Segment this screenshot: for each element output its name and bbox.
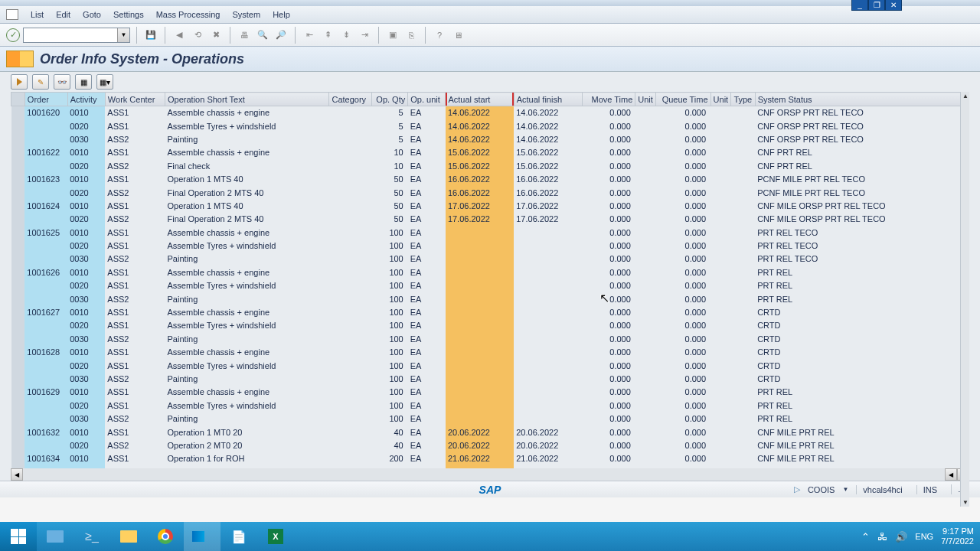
table-cell[interactable]: 0010 xyxy=(67,106,105,119)
table-cell[interactable]: EA xyxy=(408,186,446,199)
table-cell[interactable]: Assemble Tyres + windshield xyxy=(165,279,329,292)
table-cell[interactable]: 15.06.2022 xyxy=(514,159,582,172)
table-cell[interactable]: Painting xyxy=(165,253,329,266)
table-cell[interactable] xyxy=(11,226,25,239)
table-cell[interactable]: 0.000 xyxy=(583,172,635,185)
table-cell[interactable]: 100 xyxy=(372,305,408,318)
table-cell[interactable] xyxy=(514,279,582,292)
table-cell[interactable]: 0010 xyxy=(67,346,105,359)
table-cell[interactable]: 0.000 xyxy=(656,305,710,318)
table-cell[interactable]: Painting xyxy=(165,412,329,425)
table-cell[interactable]: 0.000 xyxy=(656,346,710,359)
table-cell[interactable] xyxy=(329,412,372,425)
table-cell[interactable]: 100 xyxy=(372,292,408,305)
table-cell[interactable] xyxy=(11,292,25,305)
table-cell[interactable]: 0.000 xyxy=(583,359,635,372)
table-cell[interactable]: 0.000 xyxy=(656,106,710,119)
table-row[interactable]: 0030ASS2Painting100EA0.0000.000CRTD xyxy=(11,372,969,385)
table-cell[interactable] xyxy=(11,359,25,372)
table-cell[interactable] xyxy=(731,425,755,439)
table-cell[interactable]: 14.06.2022 xyxy=(514,106,582,119)
table-cell[interactable] xyxy=(635,266,656,279)
table-cell[interactable]: 14.06.2022 xyxy=(446,106,514,119)
table-cell[interactable]: 0020 xyxy=(67,399,105,412)
table-cell[interactable]: ASS1 xyxy=(105,305,165,318)
table-cell[interactable]: 0030 xyxy=(67,292,105,305)
table-cell[interactable] xyxy=(446,412,514,425)
table-cell[interactable] xyxy=(710,172,731,185)
table-cell[interactable] xyxy=(11,199,25,212)
table-cell[interactable]: 0010 xyxy=(67,146,105,159)
table-cell[interactable]: Operation 1 MT0 20 xyxy=(165,425,329,439)
table-cell[interactable] xyxy=(24,132,67,145)
table-cell[interactable] xyxy=(11,332,25,345)
table-row[interactable]: 0020ASS2Operation 2 MT0 2040EA20.06.2022… xyxy=(11,439,969,452)
table-cell[interactable] xyxy=(710,346,731,359)
last-page-icon[interactable]: ⇥ xyxy=(357,28,372,43)
table-cell[interactable] xyxy=(446,305,514,318)
table-cell[interactable]: 0010 xyxy=(67,172,105,185)
table-row[interactable]: 0030ASS2Painting100EA0.0000.000PRT REL xyxy=(11,292,969,305)
table-cell[interactable] xyxy=(329,452,372,465)
table-cell[interactable]: 0010 xyxy=(67,226,105,239)
table-cell[interactable]: CNF MILE PRT REL xyxy=(755,425,969,439)
new-session-icon[interactable]: ▣ xyxy=(385,28,400,43)
table-row[interactable]: 0030ASS2Painting100EA0.0000.000PRT REL T… xyxy=(11,253,969,266)
table-cell[interactable] xyxy=(731,172,755,185)
table-cell[interactable]: EA xyxy=(408,119,446,132)
table-cell[interactable] xyxy=(710,372,731,385)
table-cell[interactable]: 50 xyxy=(372,213,408,226)
table-cell[interactable]: PRT REL TECO xyxy=(755,253,969,266)
table-cell[interactable]: 0.000 xyxy=(583,346,635,359)
table-cell[interactable] xyxy=(710,239,731,252)
table-cell[interactable] xyxy=(24,372,67,385)
table-cell[interactable]: EA xyxy=(408,292,446,305)
menu-system[interactable]: System xyxy=(232,10,260,19)
table-cell[interactable]: CRTD xyxy=(755,332,969,345)
table-cell[interactable]: 15.06.2022 xyxy=(514,146,582,159)
table-cell[interactable]: ASS1 xyxy=(105,279,165,292)
table-row[interactable]: 10016200010ASS1Assemble chassis + engine… xyxy=(11,106,969,119)
table-cell[interactable]: 17.06.2022 xyxy=(514,199,582,212)
table-cell[interactable] xyxy=(635,146,656,159)
table-cell[interactable] xyxy=(11,386,25,399)
table-cell[interactable] xyxy=(710,425,731,439)
table-cell[interactable]: 200 xyxy=(372,452,408,465)
table-cell[interactable]: 100 xyxy=(372,239,408,252)
table-cell[interactable] xyxy=(710,412,731,425)
table-cell[interactable]: 0.000 xyxy=(656,226,710,239)
table-cell[interactable]: 0.000 xyxy=(656,386,710,399)
scroll-left-button[interactable]: ◀ xyxy=(11,468,23,481)
table-cell[interactable] xyxy=(446,279,514,292)
table-cell[interactable]: 50 xyxy=(372,186,408,199)
table-cell[interactable]: 5 xyxy=(372,132,408,145)
table-cell[interactable] xyxy=(710,452,731,465)
table-cell[interactable]: 50 xyxy=(372,172,408,185)
table-cell[interactable] xyxy=(514,253,582,266)
table-cell[interactable]: CNF PRT REL xyxy=(755,159,969,172)
table-cell[interactable]: 0.000 xyxy=(656,239,710,252)
table-cell[interactable]: Assemble Tyres + windshield xyxy=(165,119,329,132)
table-cell[interactable] xyxy=(635,172,656,185)
table-cell[interactable]: Painting xyxy=(165,372,329,385)
table-row[interactable]: 0020ASS1Assemble Tyres + windshield100EA… xyxy=(11,279,969,292)
table-cell[interactable] xyxy=(635,226,656,239)
table-cell[interactable] xyxy=(24,399,67,412)
table-cell[interactable]: 0020 xyxy=(67,439,105,452)
table-cell[interactable] xyxy=(446,266,514,279)
find-icon[interactable]: 🔍 xyxy=(255,28,270,43)
table-cell[interactable] xyxy=(11,279,25,292)
table-cell[interactable]: PCNF MILE PRT REL TECO xyxy=(755,172,969,185)
table-row[interactable]: 10016230010ASS1Operation 1 MTS 4050EA16.… xyxy=(11,172,969,185)
table-cell[interactable]: CRTD xyxy=(755,359,969,372)
table-cell[interactable]: ASS1 xyxy=(105,452,165,465)
table-cell[interactable]: PRT REL xyxy=(755,292,969,305)
table-cell[interactable]: 16.06.2022 xyxy=(446,172,514,185)
table-cell[interactable]: 0.000 xyxy=(656,253,710,266)
horizontal-scrollbar[interactable]: ◀ ◀ ▶ xyxy=(11,468,969,481)
table-cell[interactable] xyxy=(11,452,25,465)
table-cell[interactable]: ASS1 xyxy=(105,106,165,119)
table-cell[interactable]: 0.000 xyxy=(656,213,710,226)
table-cell[interactable] xyxy=(710,106,731,119)
table-cell[interactable] xyxy=(731,452,755,465)
